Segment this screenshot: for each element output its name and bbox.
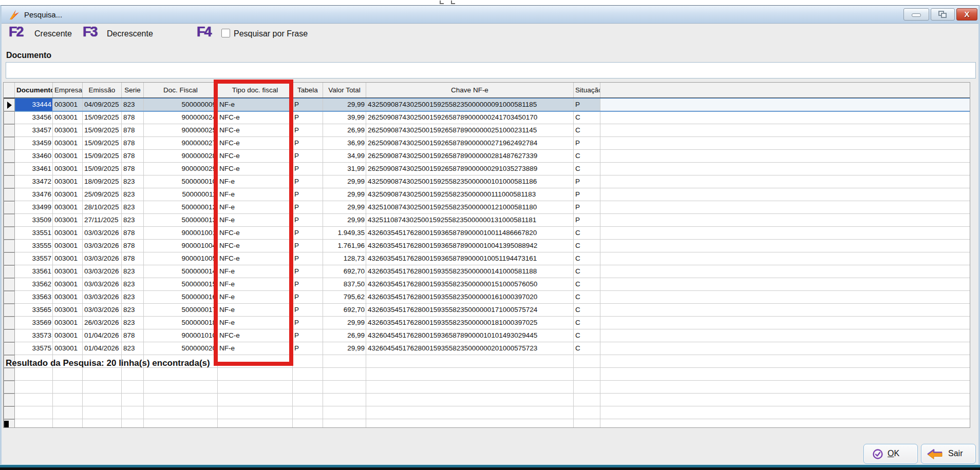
table-row[interactable]: 3345900300115/09/2025878900000027NFC-eP3… xyxy=(4,137,970,150)
row-indicator[interactable] xyxy=(4,240,15,252)
cell-situa-o[interactable]: P xyxy=(574,214,600,226)
cell-documento[interactable]: 33555 xyxy=(15,240,53,252)
cell-tipo-doc-fiscal[interactable] xyxy=(218,419,293,428)
cell-chave-nf-e[interactable]: 4326035451762800159365878900001001148666… xyxy=(366,227,574,239)
cell-serie[interactable] xyxy=(122,419,144,428)
cell-serie[interactable] xyxy=(122,368,144,380)
cell-chave-nf-e[interactable]: 4325090874302500159255823500000009100058… xyxy=(366,99,574,111)
table-row[interactable]: 3345700300115/09/2025878900000025NFC-eP2… xyxy=(4,124,970,137)
cell-tipo-doc-fiscal[interactable] xyxy=(218,368,293,380)
cell-valor-total[interactable] xyxy=(323,355,366,367)
cell-valor-total[interactable] xyxy=(323,368,366,380)
cell-empresa[interactable]: 003001 xyxy=(53,99,83,111)
cell-tipo-doc-fiscal[interactable]: NF-e xyxy=(218,99,293,111)
cell-empresa[interactable]: 003001 xyxy=(53,240,83,252)
cell-empresa[interactable] xyxy=(53,419,83,428)
cell-emiss-o[interactable]: 18/09/2025 xyxy=(83,175,122,188)
cell-doc-fiscal[interactable]: 900000027 xyxy=(144,137,218,149)
cell-documento[interactable]: 33459 xyxy=(15,137,53,149)
cell-emiss-o[interactable]: 03/03/2026 xyxy=(83,304,122,316)
cell-chave-nf-e[interactable]: 2625090874302500159265878900000029103527… xyxy=(366,163,574,175)
cell-chave-nf-e[interactable]: 4325110874302500159255823500000013100058… xyxy=(366,214,574,226)
cell-empresa[interactable]: 003001 xyxy=(53,137,83,149)
cell-doc-fiscal[interactable]: 900000028 xyxy=(144,150,218,162)
cell-tipo-doc-fiscal[interactable]: NF-e xyxy=(218,278,293,290)
cell-emiss-o[interactable] xyxy=(83,394,122,406)
cell-serie[interactable]: 823 xyxy=(122,214,144,226)
cell-chave-nf-e[interactable] xyxy=(366,355,574,367)
cell-situa-o[interactable]: C xyxy=(574,304,600,316)
cell-tabela[interactable]: P xyxy=(293,278,323,290)
empty-row[interactable] xyxy=(4,381,970,394)
cell-tipo-doc-fiscal[interactable]: NF-e xyxy=(218,317,293,329)
cell-situa-o[interactable]: C xyxy=(574,265,600,278)
cell-empresa[interactable]: 003001 xyxy=(53,163,83,175)
cell-empresa[interactable] xyxy=(53,381,83,393)
cell-situa-o[interactable] xyxy=(574,394,600,406)
cell-tabela[interactable]: P xyxy=(293,150,323,162)
cell-serie[interactable]: 823 xyxy=(122,265,144,278)
empty-row[interactable] xyxy=(4,406,970,419)
cell-doc-fiscal[interactable]: 900001001 xyxy=(144,227,218,239)
cell-chave-nf-e[interactable] xyxy=(366,394,574,406)
table-row[interactable]: 3347600300125/09/2025823500000011NF-eP29… xyxy=(4,188,970,201)
cell-situa-o[interactable] xyxy=(574,406,600,419)
cell-situa-o[interactable]: C xyxy=(574,317,600,329)
cell-empresa[interactable]: 003001 xyxy=(53,150,83,162)
cell-empresa[interactable]: 003001 xyxy=(53,291,83,303)
row-indicator[interactable] xyxy=(4,406,15,419)
table-row[interactable]: 3356200300103/03/2026823500000015NF-eP83… xyxy=(4,278,970,291)
cell-tabela[interactable]: P xyxy=(293,240,323,252)
cell-emiss-o[interactable]: 04/09/2025 xyxy=(83,99,122,111)
cell-situa-o[interactable]: C xyxy=(574,240,600,252)
cell-doc-fiscal[interactable]: 900000029 xyxy=(144,163,218,175)
cell-empresa[interactable] xyxy=(53,368,83,380)
cell-tabela[interactable]: P xyxy=(293,317,323,329)
cell-valor-total[interactable] xyxy=(323,381,366,393)
cell-valor-total[interactable]: 26,99 xyxy=(323,124,366,136)
cell-doc-fiscal[interactable]: 500000013 xyxy=(144,214,218,226)
cell-chave-nf-e[interactable]: 4326035451762800159355823500000015100057… xyxy=(366,278,574,290)
column-header-valor-total[interactable]: Valor Total xyxy=(323,83,366,97)
cell-situa-o[interactable]: C xyxy=(574,291,600,303)
cell-valor-total[interactable]: 39,99 xyxy=(323,111,366,124)
table-row[interactable]: 3349900300128/10/2025823500000012NF-eP29… xyxy=(4,201,970,214)
table-row[interactable]: 3355500300103/03/2026878900001004NFC-eP1… xyxy=(4,240,970,252)
cell-serie[interactable]: 878 xyxy=(122,137,144,149)
cell-tabela[interactable]: P xyxy=(293,111,323,124)
table-row[interactable]: 3345600300115/09/2025878900000024NFC-eP3… xyxy=(4,111,970,124)
cell-tabela[interactable] xyxy=(293,355,323,367)
cell-valor-total[interactable] xyxy=(323,406,366,419)
cell-valor-total[interactable]: 29,99 xyxy=(323,175,366,188)
empty-row[interactable] xyxy=(4,394,970,406)
cell-tipo-doc-fiscal[interactable]: NFC-e xyxy=(218,150,293,162)
cell-valor-total[interactable]: 692,70 xyxy=(323,304,366,316)
cell-tabela[interactable] xyxy=(293,419,323,428)
cell-chave-nf-e[interactable] xyxy=(366,381,574,393)
table-row[interactable]: 3346000300115/09/2025878900000028NFC-eP3… xyxy=(4,150,970,163)
cell-emiss-o[interactable]: 15/09/2025 xyxy=(83,111,122,124)
cell-tipo-doc-fiscal[interactable]: NF-e xyxy=(218,201,293,213)
cell-documento[interactable]: 33551 xyxy=(15,227,53,239)
cell-doc-fiscal[interactable]: 900001010 xyxy=(144,329,218,342)
cell-doc-fiscal[interactable]: 500000012 xyxy=(144,201,218,213)
cell-doc-fiscal[interactable]: 500000017 xyxy=(144,304,218,316)
cell-emiss-o[interactable]: 28/10/2025 xyxy=(83,201,122,213)
cell-emiss-o[interactable]: 15/09/2025 xyxy=(83,163,122,175)
cell-tabela[interactable] xyxy=(293,381,323,393)
cell-emiss-o[interactable] xyxy=(83,406,122,419)
cell-valor-total[interactable]: 29,99 xyxy=(323,214,366,226)
cell-doc-fiscal[interactable]: 500000014 xyxy=(144,265,218,278)
cell-doc-fiscal[interactable] xyxy=(144,406,218,419)
cell-empresa[interactable]: 003001 xyxy=(53,188,83,201)
cell-empresa[interactable]: 003001 xyxy=(53,265,83,278)
cell-valor-total[interactable]: 31,99 xyxy=(323,163,366,175)
row-indicator[interactable] xyxy=(4,342,15,355)
row-indicator[interactable] xyxy=(4,394,15,406)
cell-chave-nf-e[interactable]: 2625090874302500159265878900000024170345… xyxy=(366,111,574,124)
close-button[interactable]: X xyxy=(956,8,977,21)
row-indicator[interactable] xyxy=(4,99,15,111)
cell-tipo-doc-fiscal[interactable] xyxy=(218,355,293,367)
f4-key-glyph[interactable]: F4 xyxy=(197,24,211,40)
cell-valor-total[interactable]: 128,73 xyxy=(323,252,366,265)
